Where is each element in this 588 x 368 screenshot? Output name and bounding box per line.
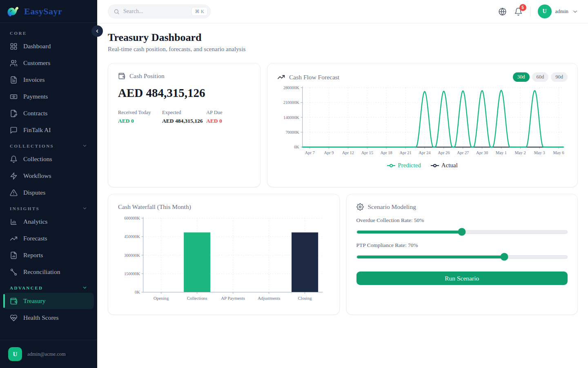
sidebar-item-label: Collections (23, 155, 52, 163)
user-email: admin@acme.com (27, 351, 66, 357)
svg-text:300000K: 300000K (124, 253, 140, 258)
trending-up-icon (277, 73, 285, 81)
cash-flow-forecast-card: Cash Flow Forecast 30d 60d 90d 0K70000K1… (267, 63, 578, 187)
sidebar-item-treasury[interactable]: Treasury (3, 293, 94, 309)
chevron-down-icon (82, 206, 87, 211)
notifications-button[interactable]: 5 (514, 7, 523, 16)
range-60d-button[interactable]: 60d (532, 72, 549, 82)
stat-value: AED 0 (206, 118, 250, 124)
sidebar: EasySayr CORE Dashboard Customers Invoic… (0, 0, 97, 368)
avatar: U (538, 4, 552, 18)
sidebar-item-health-scores[interactable]: Health Scores (3, 310, 94, 326)
page-subtitle: Real-time cash position, forecasts, and … (108, 46, 578, 53)
stat-received-today: Received Today AED 0 (118, 110, 162, 124)
sidebar-collapse-button[interactable] (91, 25, 103, 37)
stat-expected: Expected AED 484,315,126 (162, 110, 206, 124)
legend-predicted: Predicted (387, 162, 421, 169)
brand-name: EasySayr (24, 6, 62, 17)
brand-logo[interactable]: EasySayr (0, 0, 97, 23)
users-icon (10, 59, 18, 67)
page-title: Treasury Dashboard (108, 31, 578, 44)
svg-text:Opening: Opening (154, 296, 169, 301)
sidebar-item-label: Health Scores (23, 314, 59, 321)
zap-icon (10, 172, 18, 180)
section-advanced[interactable]: ADVANCED (0, 280, 97, 292)
svg-text:May 2: May 2 (515, 150, 526, 155)
svg-text:May 1: May 1 (496, 150, 507, 155)
alert-triangle-icon (10, 189, 18, 197)
range-90d-button[interactable]: 90d (551, 72, 568, 82)
ptp-rate-slider[interactable] (356, 253, 568, 260)
sidebar-item-analytics[interactable]: Analytics (3, 213, 94, 230)
cash-waterfall-card: Cash Waterfall (This Month) 0K150000K300… (108, 194, 340, 315)
route-icon (10, 268, 18, 276)
sidebar-item-label: Reports (23, 251, 43, 259)
svg-text:Apr 30: Apr 30 (476, 150, 488, 155)
gear-icon (356, 203, 364, 211)
file-text-icon (10, 76, 18, 84)
sidebar-item-reports[interactable]: Reports (3, 247, 94, 263)
chevron-down-icon (572, 9, 578, 15)
sidebar-item-disputes[interactable]: Disputes (3, 184, 94, 201)
overdue-rate-label: Overdue Collection Rate: 50% (356, 217, 568, 224)
sidebar-item-fintalk-ai[interactable]: FinTalk AI (3, 122, 94, 138)
range-toggle: 30d 60d 90d (513, 72, 568, 82)
sidebar-item-label: Disputes (23, 189, 45, 196)
brand-swirl-icon (7, 4, 20, 18)
overdue-rate-slider[interactable] (356, 228, 568, 236)
sidebar-item-contracts[interactable]: Contracts (3, 105, 94, 121)
stat-value: AED 0 (118, 118, 162, 124)
topbar: ⌘ K 5 U admin (97, 0, 588, 23)
range-30d-button[interactable]: 30d (513, 72, 530, 82)
language-globe-button[interactable] (498, 7, 507, 16)
card-title: Scenario Modeling (368, 203, 416, 211)
search-shortcut-badge: ⌘ K (191, 7, 208, 16)
svg-text:210000K: 210000K (283, 100, 299, 105)
svg-text:AP Payments: AP Payments (221, 296, 245, 301)
sidebar-item-dashboard[interactable]: Dashboard (3, 38, 94, 54)
chevron-down-icon (82, 285, 87, 290)
stat-ap-due: AP Due AED 0 (206, 110, 250, 124)
chat-bubble-icon (10, 126, 18, 134)
sidebar-item-label: Payments (23, 93, 48, 100)
section-core: CORE (0, 26, 97, 38)
sidebar-item-label: Forecasts (23, 235, 47, 242)
section-collections[interactable]: COLLECTIONS (0, 139, 97, 150)
legend-marker-icon (431, 164, 439, 168)
run-scenario-button[interactable]: Run Scenario (356, 272, 568, 285)
sidebar-item-label: Reconciliation (23, 268, 60, 276)
sidebar-item-customers[interactable]: Customers (3, 55, 94, 71)
heart-pulse-icon (10, 314, 18, 322)
user-menu[interactable]: U admin (538, 4, 579, 18)
file-chart-icon (10, 251, 18, 259)
search-icon (114, 9, 120, 15)
sidebar-item-reconciliation[interactable]: Reconciliation (3, 264, 94, 280)
search-input[interactable] (123, 8, 187, 15)
slider-track[interactable] (356, 255, 568, 259)
notification-count-badge: 5 (519, 4, 526, 11)
chevron-down-icon (82, 143, 87, 148)
sidebar-item-forecasts[interactable]: Forecasts (3, 230, 94, 247)
search-bar[interactable]: ⌘ K (108, 4, 211, 18)
sidebar-item-label: Analytics (23, 218, 47, 225)
sidebar-item-label: Customers (23, 59, 50, 67)
chevron-left-icon (95, 29, 100, 34)
bell-icon (10, 155, 18, 163)
topbar-divider (530, 6, 530, 17)
sidebar-item-workflows[interactable]: Workflows (3, 168, 94, 184)
stat-value: AED 484,315,126 (162, 118, 206, 124)
svg-text:Apr 27: Apr 27 (457, 150, 469, 155)
slider-thumb[interactable] (458, 228, 466, 236)
sidebar-item-collections[interactable]: Collections (3, 151, 94, 167)
legend-marker-icon (387, 164, 395, 168)
svg-text:Apr 26: Apr 26 (438, 150, 450, 155)
sidebar-user[interactable]: U admin@acme.com (0, 340, 97, 368)
sidebar-item-invoices[interactable]: Invoices (3, 72, 94, 88)
svg-text:May 3: May 3 (534, 150, 545, 155)
section-insights[interactable]: INSIGHTS (0, 201, 97, 213)
sidebar-item-label: Workflows (23, 172, 51, 180)
slider-thumb[interactable] (500, 253, 508, 261)
sidebar-item-payments[interactable]: Payments (3, 88, 94, 105)
file-pen-icon (10, 110, 18, 117)
cash-position-value: AED 484,315,126 (118, 86, 250, 100)
